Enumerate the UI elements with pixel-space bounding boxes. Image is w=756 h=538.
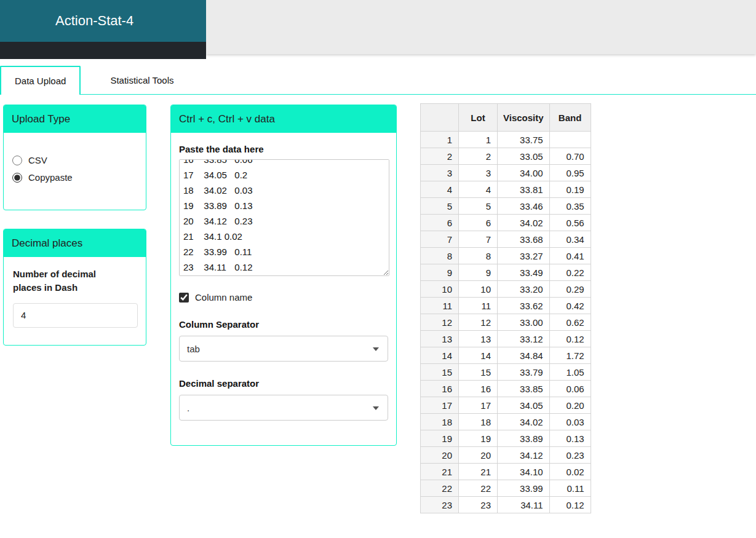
table-cell: 0.35 xyxy=(549,198,591,215)
table-row: 1133.75 xyxy=(421,132,591,148)
row-index-cell: 4 xyxy=(421,181,459,198)
decimal-separator-value: . xyxy=(187,403,189,413)
table-cell: 33.81 xyxy=(498,181,550,198)
table-cell: 33.79 xyxy=(498,364,550,381)
table-cell: 7 xyxy=(459,231,498,248)
table-header-band: Band xyxy=(549,104,591,132)
paste-data-textarea[interactable] xyxy=(179,159,389,276)
table-cell: 34.02 xyxy=(498,215,550,231)
row-index-cell: 17 xyxy=(421,397,459,414)
table-row: 101033.200.29 xyxy=(421,281,591,298)
table-cell: 0.12 xyxy=(549,331,591,347)
tab-statistical-tools[interactable]: Statistical Tools xyxy=(97,66,187,94)
table-row: 191933.890.13 xyxy=(421,430,591,447)
upload-type-option-csv[interactable]: CSV xyxy=(12,155,137,165)
table-cell xyxy=(549,132,591,148)
table-cell: 33.62 xyxy=(498,298,550,314)
table-cell: 34.05 xyxy=(498,397,550,414)
radio-copypaste[interactable] xyxy=(12,173,22,183)
decimal-places-card-title: Decimal places xyxy=(4,229,146,257)
table-cell: 34.12 xyxy=(498,447,550,464)
table-row: 2233.050.70 xyxy=(421,148,591,165)
upload-type-option-copypaste[interactable]: Copypaste xyxy=(12,172,137,183)
table-cell: 0.22 xyxy=(549,264,591,281)
table-cell: 33.75 xyxy=(498,132,550,148)
table-row: 5533.460.35 xyxy=(421,198,591,215)
chevron-down-icon xyxy=(373,347,379,351)
row-index-cell: 12 xyxy=(421,314,459,331)
table-cell: 0.02 xyxy=(549,464,591,480)
decimal-places-input[interactable] xyxy=(13,303,138,328)
table-cell: 9 xyxy=(459,264,498,281)
table-cell: 11 xyxy=(459,298,498,314)
column-name-checkbox[interactable] xyxy=(179,293,189,303)
row-index-cell: 23 xyxy=(421,497,459,513)
row-index-cell: 14 xyxy=(421,347,459,364)
table-cell: 14 xyxy=(459,347,498,364)
data-preview-table: LotViscosityBand 1133.752233.050.703334.… xyxy=(420,103,591,513)
table-header-row: LotViscosityBand xyxy=(421,104,591,132)
table-row: 171734.050.20 xyxy=(421,397,591,414)
table-cell: 17 xyxy=(459,397,498,414)
table-cell: 10 xyxy=(459,281,498,298)
table-cell: 33.00 xyxy=(498,314,550,331)
table-cell: 12 xyxy=(459,314,498,331)
paste-data-card-title: Ctrl + c, Ctrl + v data xyxy=(171,105,396,133)
tab-data-upload[interactable]: Data Upload xyxy=(0,66,81,95)
table-cell: 4 xyxy=(459,181,498,198)
table-cell: 33.89 xyxy=(498,430,550,447)
table-cell: 33.27 xyxy=(498,248,550,264)
table-cell: 8 xyxy=(459,248,498,264)
table-row: 151533.791.05 xyxy=(421,364,591,381)
row-index-cell: 19 xyxy=(421,430,459,447)
radio-csv[interactable] xyxy=(12,156,22,165)
table-cell: 33.49 xyxy=(498,264,550,281)
column-separator-dropdown[interactable]: tab xyxy=(179,336,388,362)
table-cell: 33.05 xyxy=(498,148,550,165)
row-index-cell: 6 xyxy=(421,215,459,231)
table-row: 9933.490.22 xyxy=(421,264,591,281)
row-index-cell: 20 xyxy=(421,447,459,464)
row-index-cell: 2 xyxy=(421,148,459,165)
table-cell: 0.20 xyxy=(549,397,591,414)
table-row: 161633.850.06 xyxy=(421,381,591,397)
table-row: 131333.120.12 xyxy=(421,331,591,347)
radio-label: Copypaste xyxy=(28,172,73,183)
table-cell: 0.62 xyxy=(549,314,591,331)
table-cell: 0.42 xyxy=(549,298,591,314)
table-row: 8833.270.41 xyxy=(421,248,591,264)
table-row: 6634.020.56 xyxy=(421,215,591,231)
table-cell: 22 xyxy=(459,480,498,497)
decimal-separator-dropdown[interactable]: . xyxy=(179,395,388,421)
table-header-lot: Lot xyxy=(459,104,498,132)
table-cell: 0.56 xyxy=(549,215,591,231)
upload-type-card-title: Upload Type xyxy=(4,105,146,133)
row-index-cell: 8 xyxy=(421,248,459,264)
table-cell: 0.29 xyxy=(549,281,591,298)
top-bar xyxy=(206,0,756,54)
row-index-cell: 18 xyxy=(421,414,459,430)
table-cell: 0.23 xyxy=(549,447,591,464)
table-cell: 33.46 xyxy=(498,198,550,215)
row-index-cell: 11 xyxy=(421,298,459,314)
table-cell: 13 xyxy=(459,331,498,347)
table-cell: 19 xyxy=(459,430,498,447)
chevron-down-icon xyxy=(373,406,379,410)
table-cell: 1 xyxy=(459,132,498,148)
table-cell: 3 xyxy=(459,165,498,181)
table-cell: 0.19 xyxy=(549,181,591,198)
table-cell: 33.68 xyxy=(498,231,550,248)
table-cell: 15 xyxy=(459,364,498,381)
brand-sub-bar xyxy=(0,42,206,59)
table-row: 111133.620.42 xyxy=(421,298,591,314)
table-row: 202034.120.23 xyxy=(421,447,591,464)
table-cell: 21 xyxy=(459,464,498,480)
table-cell: 0.12 xyxy=(549,497,591,513)
row-index-cell: 9 xyxy=(421,264,459,281)
tab-bar: Data Upload Statistical Tools xyxy=(0,66,756,95)
table-cell: 5 xyxy=(459,198,498,215)
row-index-cell: 5 xyxy=(421,198,459,215)
table-cell: 0.06 xyxy=(549,381,591,397)
table-cell: 16 xyxy=(459,381,498,397)
row-index-cell: 10 xyxy=(421,281,459,298)
